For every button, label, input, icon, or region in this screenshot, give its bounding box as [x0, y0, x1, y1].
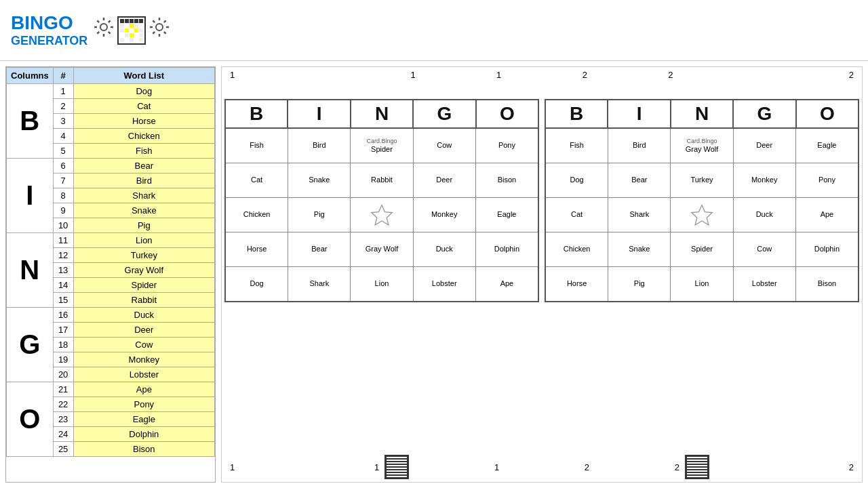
word-duck: Duck: [73, 308, 214, 323]
col-header-wordlist: Word List: [73, 68, 214, 84]
word-num-2: 2: [53, 99, 73, 114]
bingo-cell-0-4: Eagle: [796, 129, 858, 163]
card-2-header-O: O: [797, 100, 858, 127]
word-gray-wolf: Gray Wolf: [73, 263, 214, 278]
letter-O: O: [7, 382, 54, 457]
top-numbers-row: 1 1 1 2 2 2: [224, 70, 859, 80]
card-2-header-I: I: [608, 100, 671, 127]
col-header-num: #: [53, 68, 73, 84]
bingo-cell-1-1: Bear: [608, 163, 671, 197]
card-2-header-G: G: [734, 100, 796, 127]
word-ape: Ape: [73, 382, 214, 397]
word-num-6: 6: [53, 159, 73, 174]
bingo-cell-1-4: Pony: [796, 163, 858, 197]
bingo-row-2: CatShark DuckApe: [546, 198, 858, 232]
qr-code-2: [685, 455, 709, 479]
bingo-cell-1-4: Bison: [476, 163, 538, 197]
card-1-header-B: B: [226, 100, 288, 127]
bingo-cell-1-2: Rabbit: [351, 163, 413, 197]
bingo-row-4: DogSharkLionLobsterApe: [226, 267, 538, 301]
bingo-cell-0-1: Bird: [288, 129, 351, 163]
bottom-mid-1: 1: [494, 462, 499, 472]
word-num-20: 20: [53, 367, 73, 382]
word-dog: Dog: [73, 84, 214, 99]
svg-marker-2: [372, 205, 393, 225]
word-list-panel: Columns # Word List B1Dog2Cat3Horse4Chic…: [5, 66, 216, 483]
card-2-grid: FishBirdCard.BingoGray WolfDeerEagleDogB…: [546, 129, 858, 301]
bingo-cell-4-3: Lobster: [414, 267, 476, 301]
card1-bottom-num: 1: [374, 462, 379, 472]
qr-code-1: [384, 455, 409, 479]
word-num-7: 7: [53, 174, 73, 188]
word-num-9: 9: [53, 203, 73, 218]
bingo-cell-1-1: Snake: [288, 163, 351, 197]
word-num-4: 4: [53, 129, 73, 144]
bottom-numbers-row: 1 1 1 2 2 2: [224, 455, 859, 479]
word-pony: Pony: [73, 397, 214, 412]
card-2-header: B I N G O: [546, 100, 858, 129]
bottom-right-2: 2: [849, 462, 854, 472]
bingo-cell-1-0: Cat: [226, 163, 288, 197]
logo-icons: [93, 16, 170, 45]
card-1-header-O: O: [477, 100, 538, 127]
card-1-header-G: G: [414, 100, 476, 127]
word-cat: Cat: [73, 99, 214, 114]
bingo-cell-2-0: Chicken: [226, 198, 288, 232]
card-1-header-N: N: [351, 100, 414, 127]
cards-area: B I N G O FishBirdCard.BingoSpiderCowPon…: [224, 80, 859, 455]
bingo-cell-2-1: Pig: [288, 198, 351, 232]
gear-icon-1: [93, 16, 115, 38]
bingo-cell-3-2: Gray Wolf: [351, 232, 413, 266]
card-1-header: B I N G O: [226, 100, 538, 129]
word-num-25: 25: [53, 442, 73, 457]
bingo-cell-4-4: Bison: [796, 267, 858, 301]
bingo-row-1: CatSnakeRabbitDeerBison: [226, 163, 538, 198]
bingo-cell-2-0: Cat: [546, 198, 608, 232]
logo-bingo: BINGO: [11, 12, 73, 34]
word-num-13: 13: [53, 263, 73, 278]
word-num-19: 19: [53, 352, 73, 367]
bingo-cell-3-0: Chicken: [546, 232, 608, 266]
bingo-cell-2-2: [671, 198, 733, 232]
bingo-cell-3-4: Dolphin: [796, 232, 858, 266]
word-num-10: 10: [53, 218, 73, 233]
gear-row: [93, 16, 170, 45]
bingo-cell-4-0: Horse: [546, 267, 608, 301]
bingo-cards-panel: 1 1 1 2 2 2 B I N G O: [221, 66, 863, 483]
word-fish: Fish: [73, 144, 214, 159]
top-mid-4: 2: [668, 70, 673, 80]
bingo-cell-0-0: Fish: [546, 129, 608, 163]
bingo-cell-3-0: Horse: [226, 232, 288, 266]
bottom-mid-2: 2: [585, 462, 589, 472]
word-num-8: 8: [53, 188, 73, 203]
bingo-cell-3-1: Bear: [288, 232, 351, 266]
top-mid-3: 2: [583, 70, 587, 80]
word-num-24: 24: [53, 427, 73, 442]
top-right-2: 2: [849, 70, 854, 80]
word-horse: Horse: [73, 114, 214, 129]
bingo-cell-1-2: Turkey: [671, 163, 733, 197]
bingo-cell-4-1: Shark: [288, 267, 351, 301]
word-monkey: Monkey: [73, 352, 214, 367]
letter-N: N: [7, 233, 54, 308]
bingo-cell-3-3: Duck: [414, 232, 476, 266]
word-num-17: 17: [53, 323, 73, 338]
card-2-header-B: B: [546, 100, 608, 127]
word-cow: Cow: [73, 338, 214, 352]
word-turkey: Turkey: [73, 248, 214, 263]
word-num-12: 12: [53, 248, 73, 263]
word-deer: Deer: [73, 323, 214, 338]
bingo-cell-0-2: Card.BingoSpider: [351, 129, 413, 163]
card-1-wrapper: B I N G O FishBirdCard.BingoSpiderCowPon…: [224, 80, 539, 455]
word-bird: Bird: [73, 174, 214, 188]
bingo-cell-2-2: [351, 198, 413, 232]
card1-bottom: 1: [374, 455, 409, 479]
letter-I: I: [7, 159, 54, 233]
logo-generator: GENERATOR: [11, 34, 87, 48]
bingo-cell-0-2: Card.BingoGray Wolf: [671, 129, 733, 163]
bingo-row-3: ChickenSnakeSpiderCowDolphin: [546, 232, 858, 267]
word-rabbit: Rabbit: [73, 293, 214, 308]
bingo-cell-2-4: Ape: [796, 198, 858, 232]
header: BINGO GENERATOR: [0, 0, 868, 61]
letter-B: B: [7, 84, 54, 159]
